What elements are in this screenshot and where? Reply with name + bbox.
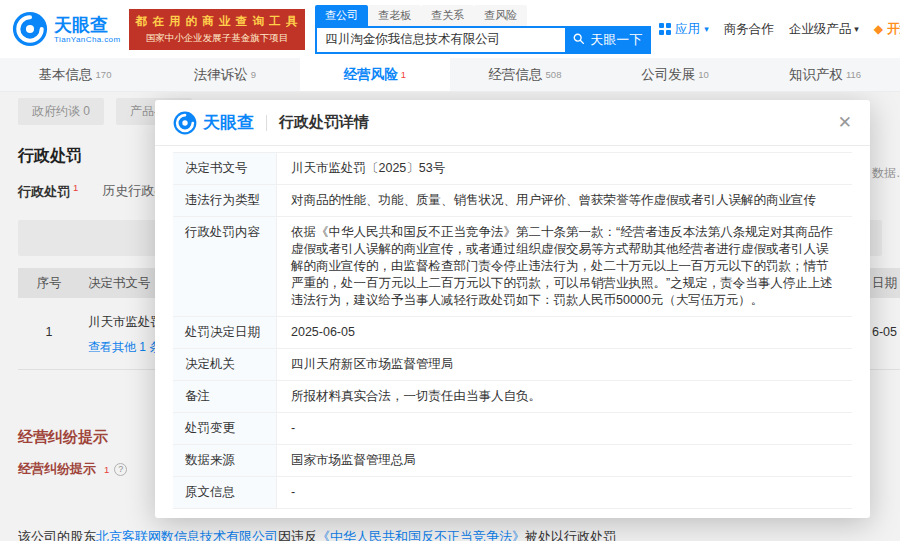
nav-apps[interactable]: 应用 ▾ [659, 21, 709, 38]
modal-title: 行政处罚详情 [279, 113, 369, 132]
nav-vip-upgrade[interactable]: ◆ 开通 [874, 21, 900, 38]
detail-row: 数据来源 国家市场监督管理总局 [173, 445, 852, 477]
detail-value: 国家市场监督管理总局 [277, 445, 852, 476]
tab-count: 1 [401, 69, 406, 80]
promo-banner: 都 在 用 的 商 业 查 询 工 具 国家中小企业发展子基金旗下项目 [129, 9, 306, 50]
chevron-down-icon: ▾ [854, 24, 859, 34]
promo-line1: 都 在 用 的 商 业 查 询 工 具 [136, 14, 299, 29]
detail-value: 川天市监处罚〔2025〕53号 [277, 153, 852, 184]
divider [266, 115, 267, 131]
tab-business-risk[interactable]: 经营风险1 [300, 58, 450, 91]
tab-basic-info[interactable]: 基本信息170 [0, 58, 150, 91]
detail-row: 原文信息 - [173, 477, 852, 509]
tab-business-info[interactable]: 经营信息508 [450, 58, 600, 91]
search-tab-relation[interactable]: 查关系 [421, 5, 474, 26]
tab-count: 170 [96, 69, 112, 80]
search-module: 查公司 查老板 查关系 查风险 天眼一下 [315, 5, 651, 54]
tab-count: 116 [846, 69, 861, 80]
detail-label: 处罚变更 [173, 413, 277, 444]
detail-value: 依据《中华人民共和国反不正当竞争法》第二十条第一款：“经营者违反本法第八条规定对… [277, 217, 852, 316]
tab-company-development-label: 公司发展 [641, 66, 695, 84]
search-tab-risk[interactable]: 查风险 [474, 5, 527, 26]
close-icon[interactable]: ✕ [838, 114, 852, 131]
search-box: 天眼一下 [315, 26, 651, 54]
company-search-input[interactable] [317, 28, 565, 52]
company-nav-tabs: 基本信息170 法律诉讼9 经营风险1 经营信息508 公司发展10 知识产权1… [0, 58, 900, 92]
detail-value: 对商品的性能、功能、质量、销售状况、用户评价、曾获荣誉等作虚假或者引人误解的商业… [277, 185, 852, 216]
tab-legal-cases[interactable]: 法律诉讼9 [150, 58, 300, 91]
detail-label: 违法行为类型 [173, 185, 277, 216]
detail-label: 行政处罚内容 [173, 217, 277, 316]
tab-business-risk-label: 经营风险 [344, 66, 398, 84]
search-tab-company[interactable]: 查公司 [315, 5, 368, 26]
tab-legal-cases-label: 法律诉讼 [194, 66, 248, 84]
nav-enterprise-label: 企业级产品 [789, 21, 852, 38]
detail-row: 决定书文号 川天市监处罚〔2025〕53号 [173, 153, 852, 185]
tab-intellectual-property[interactable]: 知识产权116 [750, 58, 900, 91]
top-header: 天眼查 TianYanCha.com 都 在 用 的 商 业 查 询 工 具 国… [0, 0, 900, 58]
nav-enterprise[interactable]: 企业级产品 ▾ [789, 21, 859, 38]
top-nav: 应用 ▾ 商务合作 企业级产品 ▾ ◆ 开通 [651, 21, 900, 38]
detail-label: 原文信息 [173, 477, 277, 508]
penalty-detail-table: 决定书文号 川天市监处罚〔2025〕53号 违法行为类型 对商品的性能、功能、质… [173, 152, 852, 509]
detail-value: - [277, 413, 852, 444]
modal-header: 天眼查 行政处罚详情 ✕ [155, 100, 870, 146]
tab-count: 508 [546, 69, 562, 80]
nav-vip-label: 开通 [887, 21, 900, 38]
detail-label: 备注 [173, 381, 277, 412]
nav-cooperation[interactable]: 商务合作 [724, 21, 774, 38]
brand-name: 天眼查 [54, 15, 121, 35]
detail-value: 2025-06-05 [277, 317, 852, 348]
tab-company-development[interactable]: 公司发展10 [600, 58, 750, 91]
detail-row: 违法行为类型 对商品的性能、功能、质量、销售状况、用户评价、曾获荣誉等作虚假或者… [173, 185, 852, 217]
tianyancha-logo-icon [12, 11, 48, 47]
tab-count: 10 [698, 69, 709, 80]
detail-label: 决定机关 [173, 349, 277, 380]
tianyancha-logo[interactable]: 天眼查 TianYanCha.com [12, 11, 121, 47]
search-type-tabs: 查公司 查老板 查关系 查风险 [315, 5, 651, 26]
detail-value: 所报材料真实合法，一切责任由当事人自负。 [277, 381, 852, 412]
detail-label: 决定书文号 [173, 153, 277, 184]
detail-row: 行政处罚内容 依据《中华人民共和国反不正当竞争法》第二十条第一款：“经营者违反本… [173, 217, 852, 317]
modal-tianyancha-logo [173, 111, 197, 135]
grid-icon [659, 23, 671, 35]
detail-row: 处罚决定日期 2025-06-05 [173, 317, 852, 349]
search-button-label: 天眼一下 [590, 31, 642, 49]
detail-row: 决定机关 四川天府新区市场监督管理局 [173, 349, 852, 381]
vip-diamond-icon: ◆ [874, 22, 883, 36]
tab-basic-info-label: 基本信息 [39, 66, 93, 84]
tab-intellectual-property-label: 知识产权 [789, 66, 843, 84]
detail-value: - [277, 477, 852, 508]
penalty-detail-modal: 天眼查 行政处罚详情 ✕ 决定书文号 川天市监处罚〔2025〕53号 违法行为类… [155, 100, 870, 518]
brand-domain: TianYanCha.com [54, 35, 121, 44]
detail-row: 备注 所报材料真实合法，一切责任由当事人自负。 [173, 381, 852, 413]
detail-row: 处罚变更 - [173, 413, 852, 445]
detail-label: 数据来源 [173, 445, 277, 476]
search-button[interactable]: 天眼一下 [565, 28, 649, 52]
search-tab-boss[interactable]: 查老板 [368, 5, 421, 26]
nav-apps-label: 应用 [675, 21, 700, 38]
tab-count: 9 [251, 69, 256, 80]
detail-value: 四川天府新区市场监督管理局 [277, 349, 852, 380]
detail-label: 处罚决定日期 [173, 317, 277, 348]
search-icon [572, 32, 585, 48]
modal-brand-name: 天眼查 [203, 111, 254, 134]
chevron-down-icon: ▾ [704, 24, 709, 34]
promo-line2: 国家中小企业发展子基金旗下项目 [136, 32, 299, 45]
tab-business-info-label: 经营信息 [489, 66, 543, 84]
